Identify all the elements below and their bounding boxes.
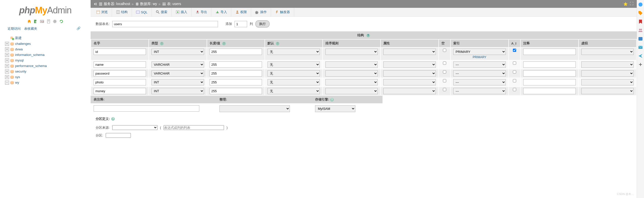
gear-icon[interactable] (53, 19, 57, 23)
help-icon[interactable]: ? (366, 34, 370, 37)
execute-button[interactable]: 执行 (255, 20, 270, 27)
expand-icon[interactable]: + (5, 47, 9, 51)
col-virtual-select[interactable] (581, 49, 634, 55)
col-null-checkbox[interactable] (443, 49, 446, 52)
col-null-checkbox[interactable] (443, 79, 446, 82)
help-icon[interactable]: ? (111, 117, 115, 121)
col-index-select[interactable]: --- (453, 79, 506, 85)
breadcrumb-server[interactable]: 服务器: localhost (104, 2, 130, 6)
col-ai-checkbox[interactable] (513, 49, 516, 52)
col-ai-checkbox[interactable] (513, 61, 516, 65)
tree-db-dvwa[interactable]: +dvwa (5, 47, 86, 52)
col-collation-select[interactable] (325, 79, 378, 85)
col-comment-input[interactable] (523, 61, 576, 68)
col-null-checkbox[interactable] (443, 88, 446, 91)
breadcrumb-db[interactable]: 数据库: wy (140, 2, 157, 6)
help-icon[interactable]: ? (222, 42, 226, 45)
col-type-select[interactable]: INT (151, 88, 204, 94)
col-comment-input[interactable] (523, 79, 576, 85)
tab-sql[interactable]: SQL (132, 8, 152, 16)
help-icon[interactable]: ? (160, 42, 164, 45)
tree-db-mysql[interactable]: +mysql (5, 58, 86, 63)
tree-new[interactable]: + 新建 (5, 35, 86, 41)
expand-icon[interactable]: + (5, 75, 9, 79)
col-length-input[interactable] (210, 79, 262, 85)
engine-select[interactable]: MyISAM (315, 105, 355, 112)
breadcrumb-table[interactable]: 表: users (167, 2, 181, 6)
tree-db-performance-schema[interactable]: +performance_schema (5, 63, 86, 69)
col-collation-select[interactable] (325, 88, 378, 94)
expand-icon[interactable]: + (5, 58, 9, 62)
col-type-select[interactable]: INT (151, 79, 204, 85)
col-name-input[interactable] (94, 79, 146, 85)
mail-icon[interactable] (638, 45, 643, 50)
collapse-panel-icon[interactable] (94, 2, 98, 6)
col-name-input[interactable] (94, 88, 146, 94)
col-default-select[interactable]: 无 (268, 70, 320, 77)
tree-db-information-schema[interactable]: +information_schema (5, 52, 86, 58)
table-name-input[interactable] (112, 21, 218, 27)
help-icon[interactable]: ? (330, 98, 334, 102)
partition-source-select[interactable] (112, 125, 158, 130)
tag-icon[interactable] (638, 11, 643, 16)
bookmark-icon[interactable] (638, 19, 643, 24)
col-virtual-select[interactable] (581, 70, 634, 77)
add-icon[interactable] (638, 62, 643, 67)
tab-browse[interactable]: 浏览 (92, 8, 112, 16)
col-null-checkbox[interactable] (443, 70, 446, 74)
col-default-select[interactable]: 无 (268, 79, 320, 85)
col-attributes-select[interactable] (383, 79, 436, 85)
tab-insert[interactable]: 插入 (172, 8, 192, 16)
tab-export[interactable]: 导出 (192, 8, 211, 16)
add-count-input[interactable] (235, 21, 247, 27)
col-index-select[interactable]: --- (453, 61, 506, 68)
col-attributes-select[interactable] (383, 49, 436, 55)
col-null-checkbox[interactable] (443, 61, 446, 65)
palette-icon[interactable] (638, 2, 643, 7)
col-name-input[interactable] (94, 70, 146, 77)
col-comment-input[interactable] (523, 88, 576, 94)
col-attributes-select[interactable] (383, 70, 436, 77)
tab-structure[interactable]: 结构 (112, 8, 132, 16)
help-icon[interactable]: ? (276, 42, 279, 45)
col-attributes-select[interactable] (383, 88, 436, 94)
col-default-select[interactable]: 无 (268, 49, 320, 55)
col-name-input[interactable] (94, 61, 146, 68)
col-type-select[interactable]: VARCHAR (151, 70, 204, 77)
col-collation-select[interactable] (325, 49, 378, 55)
favorites-link[interactable]: 表收藏夹 (24, 27, 37, 30)
col-ai-checkbox[interactable] (513, 70, 516, 74)
tree-db-sys[interactable]: +sys (5, 74, 86, 80)
star-icon[interactable]: ⭐ (623, 2, 628, 6)
partition-count-input[interactable] (106, 133, 131, 138)
col-type-select[interactable]: INT (151, 49, 204, 55)
col-virtual-select[interactable] (581, 88, 634, 94)
col-index-select[interactable]: --- (453, 70, 506, 77)
col-virtual-select[interactable] (581, 61, 634, 68)
fullscreen-icon[interactable] (630, 2, 634, 6)
expand-icon[interactable]: + (5, 42, 9, 46)
col-ai-checkbox[interactable] (513, 79, 516, 82)
doc-icon[interactable] (47, 19, 51, 23)
col-comment-input[interactable] (523, 49, 576, 55)
col-length-input[interactable] (210, 70, 262, 77)
sql-icon[interactable]: SQL (40, 19, 44, 23)
reload-icon[interactable] (59, 19, 63, 23)
partition-expr-input[interactable] (164, 125, 224, 130)
expand-icon[interactable]: + (5, 70, 9, 74)
col-name-input[interactable] (94, 49, 146, 55)
people-icon[interactable] (638, 28, 643, 33)
collation-select[interactable] (219, 105, 290, 112)
home-icon[interactable] (27, 19, 31, 23)
tab-search[interactable]: 搜索 (152, 8, 172, 16)
table-comment-input[interactable] (94, 105, 199, 112)
send-icon[interactable] (638, 53, 643, 58)
col-default-select[interactable]: 无 (268, 61, 320, 68)
expand-icon[interactable]: + (5, 53, 9, 57)
sidebar-resize-handle[interactable] (90, 0, 91, 198)
expand-icon[interactable]: + (5, 64, 9, 68)
tab-import[interactable]: 导入 (211, 8, 231, 16)
col-type-select[interactable]: VARCHAR (151, 61, 204, 68)
browser-icon[interactable] (638, 36, 643, 41)
tab-privileges[interactable]: 权限 (231, 8, 251, 16)
